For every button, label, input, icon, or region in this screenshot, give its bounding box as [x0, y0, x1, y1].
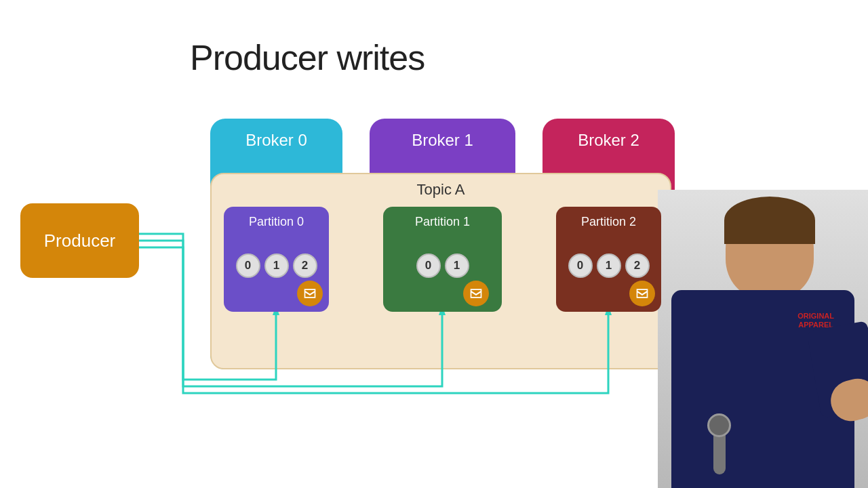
- partition-2-numbers: 0 1 2: [568, 253, 650, 278]
- producer-label: Producer: [44, 230, 116, 251]
- topic-label: Topic A: [417, 181, 465, 199]
- num-circle-p0-1: 1: [264, 253, 289, 278]
- envelope-p0: [297, 281, 323, 306]
- broker-1-label: Broker 1: [412, 131, 473, 150]
- partition-2-box: Partition 2 0 1 2: [556, 207, 661, 312]
- partition-1-label: Partition 1: [415, 215, 470, 229]
- num-circle-p0-0: 0: [236, 253, 260, 278]
- envelope-p1: [463, 281, 489, 306]
- envelope-p2: [629, 281, 655, 306]
- partition-2-label: Partition 2: [581, 215, 636, 229]
- num-circle-p1-1: 1: [445, 253, 469, 278]
- partition-1-numbers: 0 1: [416, 253, 469, 278]
- presenter-area: ORIGINAL APPAREL: [658, 190, 868, 488]
- num-circle-p1-0: 0: [416, 253, 441, 278]
- partition-0-numbers: 0 1 2: [236, 253, 317, 278]
- partition-0-box: Partition 0 0 1 2: [224, 207, 329, 312]
- num-circle-p0-2: 2: [293, 253, 317, 278]
- broker-0-label: Broker 0: [245, 131, 307, 150]
- partition-0-label: Partition 0: [249, 215, 304, 229]
- producer-box: Producer: [20, 203, 139, 278]
- num-circle-p2-0: 0: [568, 253, 593, 278]
- num-circle-p2-1: 1: [597, 253, 621, 278]
- num-circle-p2-2: 2: [625, 253, 650, 278]
- broker-2-label: Broker 2: [578, 131, 639, 150]
- page-title: Producer writes: [190, 37, 425, 78]
- partition-1-box: Partition 1 0 1: [383, 207, 502, 312]
